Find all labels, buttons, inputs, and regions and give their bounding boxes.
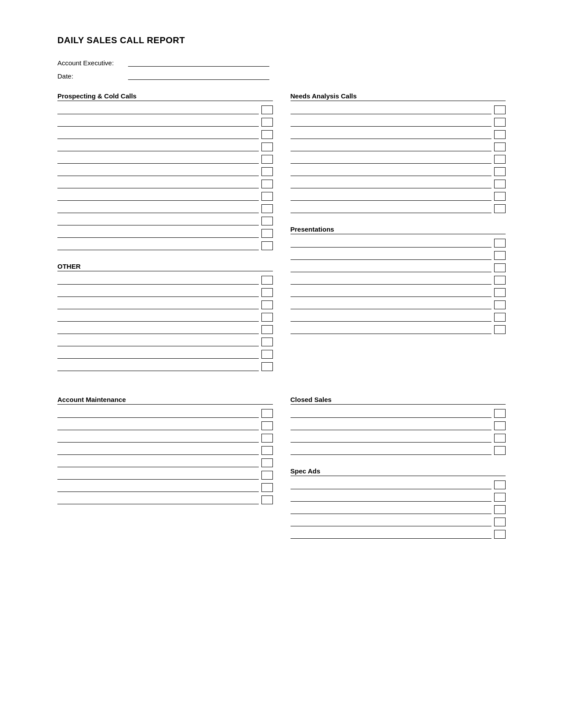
table-row — [291, 300, 506, 309]
account-executive-field: Account Executive: — [57, 58, 506, 67]
spec-ads-title: Spec Ads — [291, 467, 506, 476]
other-title: OTHER — [57, 263, 273, 271]
table-row — [57, 276, 273, 285]
table-row — [57, 446, 273, 455]
table-row — [291, 239, 506, 248]
table-row — [57, 118, 273, 127]
closed-sales-section: Closed Sales — [291, 396, 506, 455]
table-row — [57, 409, 273, 418]
table-row — [57, 155, 273, 164]
other-section: OTHER — [57, 263, 273, 371]
bottom-right-column: Closed Sales Spec Ads — [291, 396, 506, 551]
table-row — [57, 313, 273, 322]
needs-analysis-rows — [291, 105, 506, 213]
table-row — [57, 143, 273, 151]
table-row — [57, 471, 273, 480]
account-maintenance-title: Account Maintenance — [57, 396, 273, 405]
table-row — [57, 180, 273, 188]
account-executive-input[interactable] — [128, 58, 269, 67]
table-row — [291, 325, 506, 334]
table-row — [291, 313, 506, 322]
table-row — [291, 155, 506, 164]
table-row — [57, 241, 273, 250]
table-row — [291, 409, 506, 418]
table-row — [291, 480, 506, 489]
table-row — [57, 167, 273, 176]
table-row — [57, 421, 273, 430]
table-row — [291, 204, 506, 213]
table-row — [57, 192, 273, 201]
needs-analysis-section: Needs Analysis Calls — [291, 92, 506, 213]
date-label: Date: — [57, 72, 128, 80]
presentations-section: Presentations — [291, 225, 506, 334]
bottom-left-column: Account Maintenance — [57, 396, 273, 551]
page-title: DAILY SALES CALL REPORT — [57, 35, 506, 45]
table-row — [57, 130, 273, 139]
table-row — [57, 105, 273, 114]
table-row — [291, 143, 506, 151]
table-row — [291, 505, 506, 514]
table-row — [57, 338, 273, 346]
spec-ads-rows — [291, 480, 506, 539]
table-row — [57, 350, 273, 359]
table-row — [57, 434, 273, 443]
table-row — [57, 204, 273, 213]
table-row — [57, 325, 273, 334]
table-row — [291, 518, 506, 526]
prospecting-title: Prospecting & Cold Calls — [57, 92, 273, 101]
bottom-columns: Account Maintenance Closed Sales — [57, 396, 506, 551]
table-row — [57, 288, 273, 297]
presentations-title: Presentations — [291, 225, 506, 234]
prospecting-section: Prospecting & Cold Calls — [57, 92, 273, 250]
table-row — [57, 229, 273, 238]
right-column: Needs Analysis Calls Presentations — [291, 92, 506, 383]
account-maintenance-rows — [57, 409, 273, 504]
table-row — [291, 105, 506, 114]
table-row — [291, 288, 506, 297]
header-fields: Account Executive: Date: — [57, 58, 506, 80]
table-row — [291, 263, 506, 272]
account-maintenance-section: Account Maintenance — [57, 396, 273, 504]
table-row — [291, 167, 506, 176]
table-row — [57, 362, 273, 371]
left-column: Prospecting & Cold Calls OTHER — [57, 92, 273, 383]
account-executive-label: Account Executive: — [57, 59, 128, 67]
spec-ads-section: Spec Ads — [291, 467, 506, 539]
other-rows — [57, 276, 273, 371]
table-row — [291, 180, 506, 188]
table-row — [57, 217, 273, 225]
table-row — [291, 130, 506, 139]
table-row — [57, 458, 273, 467]
closed-sales-rows — [291, 409, 506, 455]
main-columns: Prospecting & Cold Calls OTHER — [57, 92, 506, 383]
table-row — [291, 276, 506, 285]
presentations-rows — [291, 239, 506, 334]
date-field: Date: — [57, 71, 506, 80]
closed-sales-title: Closed Sales — [291, 396, 506, 405]
table-row — [291, 421, 506, 430]
needs-analysis-title: Needs Analysis Calls — [291, 92, 506, 101]
table-row — [291, 251, 506, 260]
table-row — [291, 118, 506, 127]
table-row — [291, 493, 506, 502]
table-row — [291, 446, 506, 455]
table-row — [57, 483, 273, 492]
prospecting-rows — [57, 105, 273, 250]
table-row — [57, 495, 273, 504]
table-row — [291, 192, 506, 201]
date-input[interactable] — [128, 71, 269, 80]
table-row — [291, 434, 506, 443]
table-row — [291, 530, 506, 539]
table-row — [57, 300, 273, 309]
